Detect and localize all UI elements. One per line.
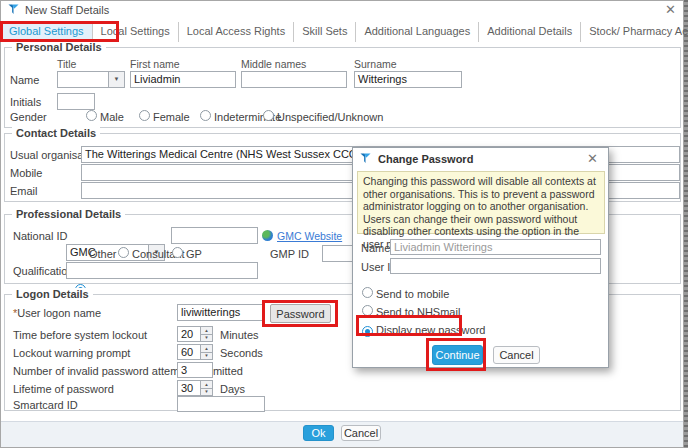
gender-radio-male[interactable] (86, 110, 97, 121)
continue-button[interactable]: Continue (432, 345, 483, 365)
email-label: Email (10, 185, 38, 197)
personal-details-legend: Personal Details (12, 41, 106, 53)
warning-seconds-stepper[interactable]: ▲▼ (201, 344, 213, 360)
change-password-dialog: Change Password ✕ Changing this password… (352, 147, 609, 368)
dialog-name-label: Name (361, 242, 390, 254)
globe-icon (262, 230, 273, 241)
gender-label: Gender (10, 111, 47, 123)
ok-button[interactable]: Ok (303, 425, 334, 441)
initials-label: Initials (10, 96, 41, 108)
window-title: New Staff Details (25, 4, 109, 16)
dialog-info-box: Changing this password will disable all … (357, 171, 605, 234)
warning-seconds-input[interactable]: 60 (177, 344, 201, 360)
dialog-close-icon[interactable]: ✕ (587, 151, 598, 166)
display-new-password-radio[interactable] (362, 326, 373, 337)
smartcard-id-label: Smartcard ID (13, 399, 78, 411)
dialog-user-id-input[interactable] (390, 258, 601, 274)
user-logon-name-input[interactable]: liviwitterings (177, 304, 263, 321)
gmc-website-link[interactable]: GMC Website (277, 230, 342, 242)
warning-seconds-unit: Seconds (220, 347, 263, 359)
contact-details-legend: Contact Details (12, 127, 100, 139)
title-select[interactable]: ▼ (57, 71, 125, 88)
lifetime-days-stepper[interactable]: ▲▼ (201, 380, 213, 396)
middle-names-column-label: Middle names (241, 58, 306, 70)
gender-radio-unspecified[interactable] (263, 110, 274, 121)
display-new-password-label: Display new password (376, 324, 485, 336)
dialog-title: Change Password (378, 153, 473, 165)
national-id-number-input[interactable] (171, 227, 258, 244)
lockout-time-label: Time before system lockout (13, 329, 147, 341)
tab-global-settings[interactable]: Global Settings (1, 22, 93, 42)
tab-local-access-rights[interactable]: Local Access Rights (179, 22, 294, 42)
gender-male-label: Male (100, 111, 124, 123)
qualifications-input[interactable] (66, 262, 258, 279)
surname-input[interactable]: Witterings (354, 71, 462, 88)
dialog-cancel-button[interactable]: Cancel (493, 346, 540, 364)
lockout-minutes-unit: Minutes (220, 329, 259, 341)
dialog-info-paragraph-1: Changing this password will disable all … (363, 175, 599, 213)
password-lifetime-label: Lifetime of password (13, 383, 114, 395)
national-id-label: National ID (13, 230, 67, 242)
lifetime-days-input[interactable]: 30 (177, 380, 201, 396)
warning-prompt-label: Lockout warning prompt (13, 347, 130, 359)
background-edge (684, 0, 688, 448)
tab-additional-languages[interactable]: Additional Languages (356, 22, 479, 42)
tab-bar: Global Settings Local Settings Local Acc… (1, 22, 688, 42)
window-close-icon[interactable]: ✕ (665, 2, 676, 17)
tab-local-settings[interactable]: Local Settings (93, 22, 179, 42)
send-to-nhsmail-radio[interactable] (362, 305, 373, 316)
gender-unspecified-label: Unspecified/Unknown (277, 111, 383, 123)
app-logo-icon (8, 4, 19, 15)
screen: New Staff Details ✕ Global Settings Loca… (0, 0, 688, 448)
type-other-label: Other (89, 248, 117, 260)
gender-radio-female[interactable] (139, 110, 150, 121)
lockout-minutes-stepper[interactable]: ▲▼ (201, 326, 213, 342)
gender-radio-indeterminate[interactable] (200, 110, 211, 121)
dialog-app-icon (360, 153, 371, 164)
send-to-nhsmail-label: Send to NHSmail (376, 306, 460, 318)
dialog-name-input[interactable]: Liviadmin Witterings (390, 239, 601, 255)
title-column-label: Title (57, 58, 76, 70)
cancel-button[interactable]: Cancel (341, 425, 381, 441)
first-name-input[interactable]: Liviadmin (130, 71, 236, 88)
user-logon-name-label: *User logon name (13, 307, 101, 319)
logon-details-legend: Logon Details (12, 288, 93, 300)
name-label: Name (10, 74, 39, 86)
middle-names-input[interactable] (241, 71, 347, 88)
send-to-mobile-label: Send to mobile (376, 288, 449, 300)
password-button[interactable]: Password (270, 304, 331, 323)
tab-stock-pharmacy-access[interactable]: Stock/ Pharmacy Access (581, 22, 688, 42)
mobile-label: Mobile (10, 167, 42, 179)
first-name-column-label: First name (130, 58, 180, 70)
professional-details-legend: Professional Details (12, 208, 125, 220)
gender-female-label: Female (153, 111, 190, 123)
tab-additional-details[interactable]: Additional Details (479, 22, 581, 42)
send-to-mobile-radio[interactable] (362, 287, 373, 298)
gmp-id-label: GMP ID (270, 248, 309, 260)
invalid-attempts-input[interactable]: 3 (177, 362, 213, 378)
lifetime-days-unit: Days (220, 383, 245, 395)
surname-column-label: Surname (354, 58, 397, 70)
tab-skill-sets[interactable]: Skill Sets (294, 22, 356, 42)
initials-input[interactable] (57, 93, 95, 110)
type-radio-gp[interactable] (172, 247, 183, 258)
chevron-down-icon[interactable]: ▼ (108, 72, 124, 87)
type-radio-consultant[interactable] (118, 247, 129, 258)
smartcard-id-input[interactable] (177, 396, 265, 412)
type-gp-label: GP (186, 248, 202, 260)
lockout-minutes-input[interactable]: 20 (177, 326, 201, 342)
